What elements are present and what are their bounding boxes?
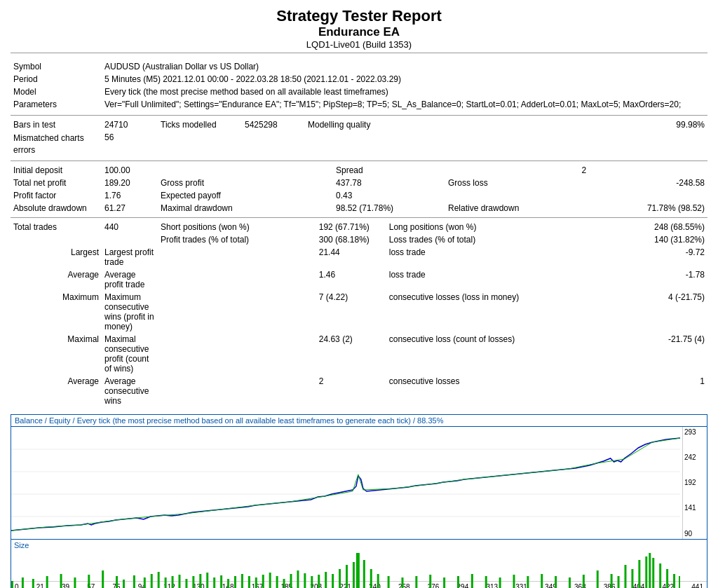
svg-rect-41 xyxy=(325,572,327,588)
svg-rect-7 xyxy=(46,576,48,588)
maximal-consec-row: Maximal Maximal consecutive profit (coun… xyxy=(11,333,707,375)
svg-rect-12 xyxy=(116,576,118,588)
report-build: LQD1-Live01 (Build 1353) xyxy=(11,39,707,50)
total-trades-row: Total trades 440 Short positions (won %)… xyxy=(11,221,707,233)
size-label: Size xyxy=(14,541,29,549)
svg-rect-37 xyxy=(297,570,299,588)
bars-ticks-row: Bars in test 24710 Ticks modelled 542529… xyxy=(11,118,707,131)
svg-rect-8 xyxy=(60,574,62,588)
profit-trades-value: 300 (68.18%) xyxy=(316,233,386,246)
parameters-row: Parameters Ver="Full Unlimited"; Setting… xyxy=(11,98,707,111)
long-value: 248 (68.55%) xyxy=(614,221,707,233)
absolute-drawdown-label: Absolute drawdown xyxy=(11,202,102,214)
balance-chart xyxy=(11,427,680,539)
svg-rect-58 xyxy=(499,577,501,588)
svg-rect-32 xyxy=(262,575,264,588)
svg-rect-20 xyxy=(179,575,181,588)
chart-header: Balance / Equity / Every tick (the most … xyxy=(11,415,707,427)
svg-rect-23 xyxy=(199,574,201,588)
gross-profit-label: Gross profit xyxy=(158,177,333,189)
largest-profit-value: 21.44 xyxy=(316,246,386,268)
ticks-value: 5425298 xyxy=(242,118,305,131)
avg-consec-wins-label: Average consecutive wins xyxy=(102,375,158,407)
chart-section: Balance / Equity / Every tick (the most … xyxy=(11,414,707,588)
maximum-label: Maximum xyxy=(11,291,102,333)
short-label: Short positions (won %) xyxy=(158,221,316,233)
bars-value: 24710 xyxy=(102,118,158,131)
avg-consec-losses-value: 1 xyxy=(614,375,707,407)
report-subtitle: Endurance EA xyxy=(11,25,707,39)
svg-rect-45 xyxy=(353,562,355,588)
svg-rect-57 xyxy=(485,576,487,588)
mismatched-row: Mismatched charts errors 56 xyxy=(11,131,707,158)
long-label: Long positions (won %) xyxy=(386,221,614,233)
avg-consec-wins-value: 2 xyxy=(316,375,386,407)
svg-rect-43 xyxy=(339,569,341,588)
symbol-value: AUDUSD (Australian Dollar vs US Dollar) xyxy=(102,60,707,73)
gross-loss-label: Gross loss xyxy=(445,177,589,189)
svg-rect-60 xyxy=(527,576,529,588)
max-consec-wins-label: Maximum consecutive wins (profit in mone… xyxy=(102,291,158,333)
largest-profit-label: Largest profit trade xyxy=(102,246,158,268)
svg-rect-36 xyxy=(290,574,292,588)
avg-consec-losses-label: consecutive losses xyxy=(386,375,614,407)
svg-rect-18 xyxy=(165,577,167,588)
svg-rect-10 xyxy=(88,575,90,588)
average-loss-label: loss trade xyxy=(386,268,614,291)
svg-rect-54 xyxy=(443,577,445,588)
svg-rect-33 xyxy=(269,573,271,588)
absolute-drawdown-value: 61.27 xyxy=(102,202,158,214)
maximal-drawdown-value: 98.52 (71.78%) xyxy=(333,202,445,214)
profit-factor-label: Profit factor xyxy=(11,189,102,202)
total-net-profit-value: 189.20 xyxy=(102,177,158,189)
model-row: Model Every tick (the most precise metho… xyxy=(11,86,707,98)
largest-trades-row: Largest Largest profit trade 21.44 loss … xyxy=(11,246,707,268)
gross-profit-value: 437.78 xyxy=(333,177,445,189)
svg-rect-76 xyxy=(673,574,675,588)
svg-rect-66 xyxy=(611,574,613,588)
chart-svg-area xyxy=(11,427,680,539)
spread-label: Spread xyxy=(333,164,445,177)
trades-table: Total trades 440 Short positions (won %)… xyxy=(11,221,707,407)
svg-rect-59 xyxy=(513,575,515,588)
y-label-1: 293 xyxy=(684,428,705,436)
svg-rect-34 xyxy=(276,576,278,588)
x-label-441: 441 xyxy=(691,583,703,588)
y-label-5: 90 xyxy=(684,530,705,538)
max-consec-row: Maximum Maximum consecutive wins (profit… xyxy=(11,291,707,333)
relative-drawdown-label: Relative drawdown xyxy=(445,202,589,214)
drawdown-row: Absolute drawdown 61.27 Maximal drawdown… xyxy=(11,202,707,214)
relative-drawdown-value: 71.78% (98.52) xyxy=(589,202,707,214)
svg-rect-19 xyxy=(172,576,174,588)
symbol-row: Symbol AUDUSD (Australian Dollar vs US D… xyxy=(11,60,707,73)
svg-rect-46 xyxy=(356,553,360,588)
svg-rect-67 xyxy=(618,576,620,588)
profit-factor-row: Profit factor 1.76 Expected payoff 0.43 xyxy=(11,189,707,202)
chart-y-labels: 293 242 192 141 90 xyxy=(682,427,707,539)
spread-value: 2 xyxy=(445,164,589,177)
svg-rect-50 xyxy=(388,576,390,588)
svg-rect-61 xyxy=(541,574,543,588)
svg-rect-47 xyxy=(363,560,365,588)
chart-body: 293 242 192 141 90 xyxy=(11,427,707,539)
divider-2 xyxy=(11,115,707,116)
loss-trades-label: Loss trades (% of total) xyxy=(386,233,614,246)
svg-rect-48 xyxy=(370,569,372,588)
mismatched-label: Mismatched charts errors xyxy=(11,131,102,158)
svg-rect-42 xyxy=(332,574,334,588)
svg-rect-40 xyxy=(318,575,320,588)
financial-table: Initial deposit 100.00 Spread 2 Total ne… xyxy=(11,164,707,214)
test-stats-table: Bars in test 24710 Ticks modelled 542529… xyxy=(11,118,707,158)
svg-rect-72 xyxy=(649,553,651,588)
svg-rect-62 xyxy=(555,576,557,588)
svg-rect-13 xyxy=(123,580,125,588)
svg-rect-49 xyxy=(377,574,379,588)
symbol-label: Symbol xyxy=(11,60,102,73)
svg-rect-71 xyxy=(645,556,647,588)
avg-label: Average xyxy=(11,375,102,407)
ticks-label: Ticks modelled xyxy=(158,118,242,131)
svg-rect-17 xyxy=(158,572,160,588)
svg-rect-35 xyxy=(283,579,285,588)
largest-loss-label: loss trade xyxy=(386,246,614,268)
total-trades-value: 440 xyxy=(102,221,158,233)
